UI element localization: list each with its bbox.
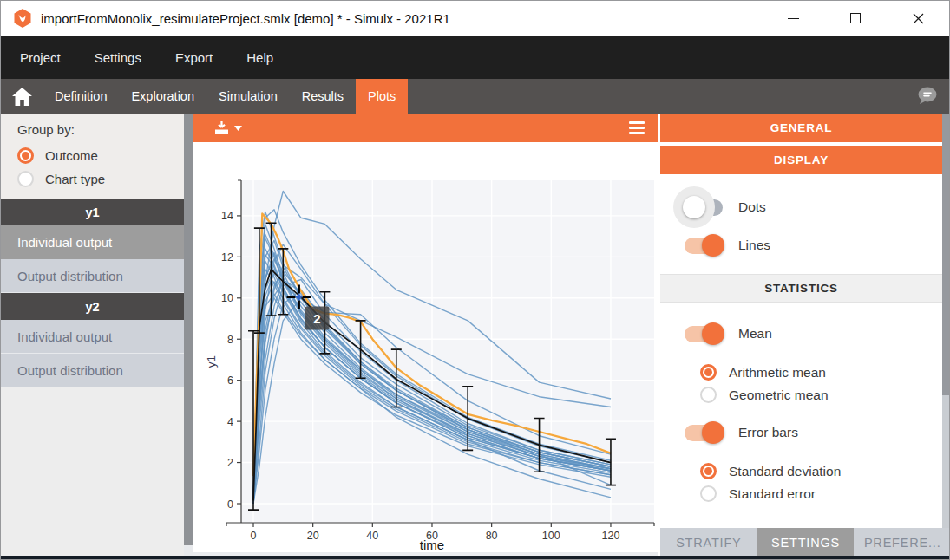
group-by-chart-type-option[interactable]: Chart type [17,167,184,191]
home-icon [12,88,32,106]
tab-stratify[interactable]: STRATIFY [660,528,757,557]
sidebar-header-y2: y2 [1,293,184,320]
dots-toggle[interactable] [685,199,723,216]
scrollbar-thumb[interactable] [942,114,950,395]
group-by-section: Group by: Outcome Chart type [1,114,184,199]
scrollbar-thumb[interactable] [184,114,193,545]
svg-text:12: 12 [221,251,233,264]
chart-type-radio-label: Chart type [45,172,105,186]
tab-preferences[interactable]: PREFERE... [854,528,950,557]
svg-text:4: 4 [227,416,233,428]
svg-text:0: 0 [227,498,233,511]
svg-text:80: 80 [486,530,498,542]
close-icon [913,13,924,24]
download-icon [214,121,229,135]
svg-text:100: 100 [542,530,560,542]
arithmetic-mean-radio[interactable] [700,364,717,381]
home-button[interactable] [1,79,43,114]
standard-error-option[interactable]: Standard error [660,485,942,503]
maximize-button[interactable] [824,1,887,36]
menu-icon [629,121,645,124]
window-controls [762,1,949,36]
lines-toggle-row: Lines [660,233,942,257]
geometric-mean-option[interactable]: Geometric mean [660,386,942,404]
outcome-radio-label: Outcome [45,148,98,163]
maximize-icon [850,13,861,23]
geometric-mean-radio[interactable] [700,387,717,403]
svg-text:40: 40 [366,530,378,542]
mean-toggle[interactable] [685,326,723,342]
settings-scrollbar[interactable] [942,114,950,528]
arithmetic-mean-label: Arithmetic mean [729,365,826,381]
svg-text:6: 6 [227,374,233,387]
standard-error-label: Standard error [729,486,816,502]
arithmetic-mean-option[interactable]: Arithmetic mean [660,363,942,381]
menu-project[interactable]: Project [20,50,61,65]
sidebar-item-y1-individual-output[interactable]: Individual output [1,225,184,259]
tab-stratify-label: STRATIFY [676,536,741,550]
sidebar-item-y2-individual-output[interactable]: Individual output [1,320,184,354]
content-vertical-scrollbar[interactable] [184,114,193,557]
tab-definition[interactable]: Definition [43,79,119,114]
tab-simulation[interactable]: Simulation [206,79,290,114]
standard-error-radio[interactable] [700,485,717,502]
error-bars-toggle-row: Error bars [660,420,942,445]
display-section-label: DISPLAY [774,153,829,166]
error-bars-toggle[interactable] [685,425,723,441]
standard-deviation-radio[interactable] [700,463,717,479]
toggle-knob [702,322,724,345]
main-tab-bar: Definition Exploration Simulation Result… [1,79,949,114]
minimize-button[interactable] [762,1,824,36]
chart-type-radio[interactable] [17,171,34,187]
sidebar-header-y1: y1 [1,199,184,225]
individual-output-chart[interactable]: 02040608010012002468101214timey12 [193,142,658,552]
plot-toolbar [193,114,658,142]
sidebar-item-label: Output distribution [17,269,123,283]
tab-settings[interactable]: SETTINGS [757,528,855,557]
lines-toggle[interactable] [685,238,723,254]
display-section-header[interactable]: DISPLAY [660,146,942,174]
svg-text:8: 8 [227,334,233,346]
dots-toggle-label: Dots [738,199,766,215]
menu-help[interactable]: Help [246,50,273,65]
general-section-label: GENERAL [770,121,833,134]
caret-down-icon [234,126,242,131]
sidebar-item-label: Output distribution [17,363,123,378]
svg-text:0: 0 [251,530,257,542]
settings-panel: GENERAL DISPLAY Dots Lines STATISTICS Me… [660,114,942,557]
outcome-radio[interactable] [17,147,34,164]
close-button[interactable] [887,1,949,36]
feedback-button[interactable] [911,79,942,114]
tab-plots-label: Plots [368,89,396,103]
general-section-header[interactable]: GENERAL [660,114,942,142]
svg-text:time: time [420,537,444,552]
window-title: importFromMonolix_resimulateProject.smlx… [41,11,450,26]
statistics-section-label: STATISTICS [764,282,838,295]
menu-icon [629,127,645,129]
svg-text:14: 14 [221,210,233,222]
svg-text:2: 2 [227,457,233,469]
plot-menu-button[interactable] [629,121,645,137]
menu-icon [629,132,645,134]
menu-export[interactable]: Export [175,50,213,65]
title-bar: importFromMonolix_resimulateProject.smlx… [1,1,949,36]
tab-exploration[interactable]: Exploration [119,79,206,114]
menu-bar: Project Settings Export Help [1,36,949,79]
menu-settings[interactable]: Settings [95,50,141,65]
sidebar-item-y2-output-distribution[interactable]: Output distribution [1,354,184,387]
standard-deviation-option[interactable]: Standard deviation [660,462,942,480]
tab-results[interactable]: Results [290,79,356,114]
simulx-logo-icon [12,8,33,29]
standard-deviation-label: Standard deviation [729,464,841,479]
simulx-window: importFromMonolix_resimulateProject.smlx… [0,0,950,560]
tab-plots[interactable]: Plots [356,79,408,114]
plots-sidebar: Group by: Outcome Chart type y1 Individu… [1,114,184,557]
sidebar-item-y1-output-distribution[interactable]: Output distribution [1,259,184,293]
group-by-outcome-option[interactable]: Outcome [17,144,184,167]
svg-text:20: 20 [307,530,319,542]
tab-simulation-label: Simulation [219,89,278,103]
svg-text:120: 120 [602,530,620,542]
plot-area: 02040608010012002468101214timey12 [193,114,658,557]
export-plot-button[interactable] [214,121,242,135]
svg-text:y1: y1 [205,355,218,368]
